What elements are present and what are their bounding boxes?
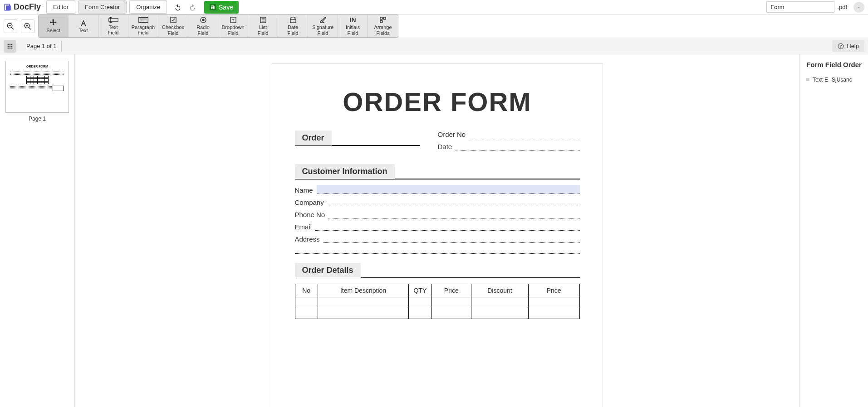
svg-rect-33 xyxy=(10,44,10,44)
tool-text[interactable]: Text xyxy=(69,15,98,37)
text-field-icon xyxy=(108,17,118,24)
drag-handle-icon[interactable] xyxy=(805,77,810,83)
company-label: Company xyxy=(295,199,324,206)
toolbar: Select Text Text Field Paragraph Field C… xyxy=(0,15,868,38)
top-right-group: .pdf xyxy=(766,1,864,13)
tool-arrange-fields[interactable]: Arrange Fields xyxy=(368,15,398,37)
order-details-table: No Item Description QTY Price Discount P… xyxy=(295,284,580,319)
tool-radio-field[interactable]: Radio Field xyxy=(188,15,218,37)
help-label: Help xyxy=(847,43,859,49)
tool-dropdown-field[interactable]: Dropdown Field xyxy=(218,15,248,37)
field-order-item-label: Text-E--SjUsanc xyxy=(813,77,852,83)
initials-icon: IN xyxy=(350,16,356,24)
field-order-item[interactable]: Text-E--SjUsanc xyxy=(804,75,863,85)
svg-rect-37 xyxy=(11,45,12,46)
list-icon xyxy=(260,16,267,24)
zoom-group xyxy=(4,15,34,38)
thumbnail-label: Page 1 xyxy=(5,116,69,122)
svg-rect-1 xyxy=(6,5,11,10)
zoom-out-button[interactable] xyxy=(4,19,17,33)
svg-rect-35 xyxy=(8,45,9,46)
tool-paragraph-field[interactable]: Paragraph Field xyxy=(128,15,158,37)
svg-rect-39 xyxy=(10,47,10,48)
page-thumbnail[interactable]: ORDER FORM xyxy=(5,61,69,113)
svg-rect-32 xyxy=(8,44,9,44)
logo-icon xyxy=(4,3,12,11)
move-icon xyxy=(49,19,58,27)
svg-rect-29 xyxy=(380,17,383,19)
tool-list-field[interactable]: List Field xyxy=(248,15,278,37)
svg-text:?: ? xyxy=(840,44,842,48)
redo-icon xyxy=(189,4,196,11)
th-qty: QTY xyxy=(409,284,432,297)
brand-name: DocFly xyxy=(14,2,41,12)
dropdown-icon xyxy=(230,16,237,24)
th-item: Item Description xyxy=(318,284,409,297)
tool-group: Select Text Text Field Paragraph Field C… xyxy=(38,15,398,38)
svg-line-6 xyxy=(29,27,31,29)
arrange-icon xyxy=(379,16,387,24)
undo-button[interactable] xyxy=(173,3,182,12)
tool-signature-field[interactable]: Signature Field xyxy=(308,15,338,37)
svg-rect-25 xyxy=(290,18,296,23)
filename-input[interactable] xyxy=(766,1,834,13)
help-button[interactable]: ? Help xyxy=(832,40,864,52)
tab-form-creator[interactable]: Form Creator xyxy=(78,0,127,14)
zoom-in-button[interactable] xyxy=(21,19,34,33)
table-row xyxy=(295,308,579,319)
signature-icon xyxy=(319,16,327,24)
svg-rect-34 xyxy=(11,44,12,44)
logo: DocFly xyxy=(4,2,44,12)
redo-button[interactable] xyxy=(188,3,197,12)
zoom-in-icon xyxy=(24,22,32,30)
tool-text-field[interactable]: Text Field xyxy=(98,15,128,37)
table-row xyxy=(295,297,579,308)
section-order-head: Order xyxy=(295,131,332,145)
svg-rect-38 xyxy=(8,47,9,48)
svg-rect-31 xyxy=(380,21,383,23)
svg-line-3 xyxy=(11,27,14,29)
date-label: Date xyxy=(438,143,452,150)
mode-tabs: Editor Form Creator Organize xyxy=(46,0,170,14)
tool-checkbox-field[interactable]: Checkbox Field xyxy=(158,15,188,37)
text-icon xyxy=(79,19,88,27)
save-button[interactable]: Save xyxy=(204,1,239,14)
order-no-label: Order No xyxy=(438,131,466,138)
canvas-area[interactable]: ORDER FORM Order Order No Date Customer … xyxy=(75,54,800,407)
email-label: Email xyxy=(295,223,312,231)
workspace: ORDER FORM Page 1 ORDER FORM Order Order… xyxy=(0,54,868,407)
form-field-order-panel: Form Field Order Text-E--SjUsanc xyxy=(800,54,868,407)
document-title: ORDER FORM xyxy=(295,87,580,117)
address-label: Address xyxy=(295,235,320,243)
more-menu-button[interactable] xyxy=(853,2,864,13)
sub-bar: Page 1 of 1 ? Help xyxy=(0,38,868,54)
svg-rect-30 xyxy=(383,17,386,19)
tab-organize[interactable]: Organize xyxy=(129,0,167,14)
order-no-line xyxy=(469,132,579,138)
zoom-out-icon xyxy=(6,22,15,30)
tool-select[interactable]: Select xyxy=(39,15,69,37)
help-icon: ? xyxy=(838,43,844,49)
th-price2: Price xyxy=(528,284,579,297)
panel-title: Form Field Order xyxy=(804,61,863,68)
tool-date-field[interactable]: Date Field xyxy=(278,15,308,37)
grid-icon xyxy=(7,43,13,49)
thumbnail-preview: ORDER FORM xyxy=(8,63,67,111)
svg-rect-36 xyxy=(10,45,10,46)
th-discount: Discount xyxy=(471,284,528,297)
chevron-down-icon xyxy=(857,5,861,10)
th-price: Price xyxy=(432,284,471,297)
name-text-field[interactable] xyxy=(317,185,580,194)
paragraph-field-icon xyxy=(138,17,148,24)
svg-rect-9 xyxy=(108,19,118,21)
th-no: No xyxy=(295,284,318,297)
tool-initials-field[interactable]: IN Initials Field xyxy=(338,15,368,37)
save-icon xyxy=(210,4,216,10)
document-page[interactable]: ORDER FORM Order Order No Date Customer … xyxy=(272,63,603,407)
section-details-head: Order Details xyxy=(295,263,361,278)
checkbox-icon xyxy=(170,16,177,24)
tab-editor[interactable]: Editor xyxy=(46,0,75,14)
thumbnails-toggle-button[interactable] xyxy=(4,40,16,53)
phone-label: Phone No xyxy=(295,211,325,218)
date-line xyxy=(456,144,579,150)
